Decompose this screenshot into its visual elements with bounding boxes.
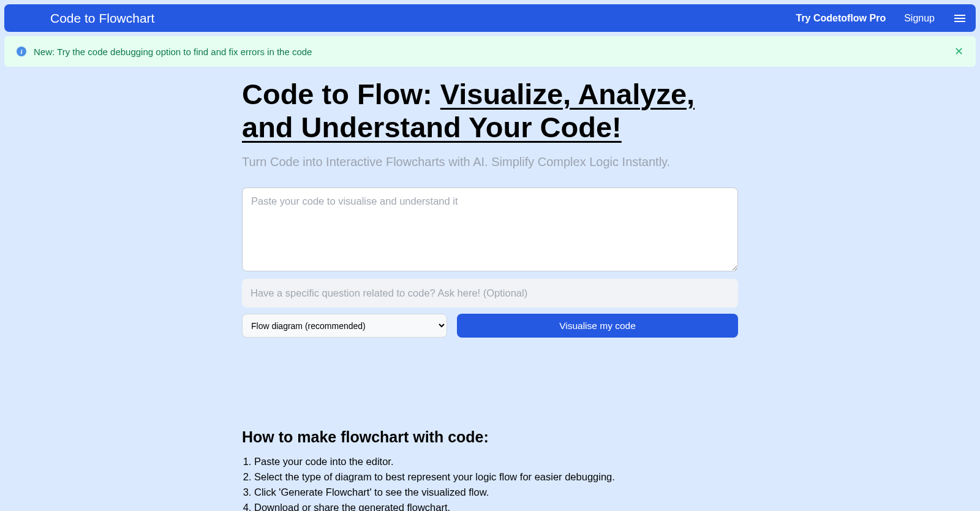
controls-row: Flow diagram (recommended) Visualise my … [242,314,738,338]
header: Code to Flowchart Try Codetoflow Pro Sig… [4,4,976,32]
info-icon: i [17,47,26,56]
diagram-type-select[interactable]: Flow diagram (recommended) [242,314,447,338]
howto-list: Paste your code into the editor. Select … [242,455,738,511]
hero-title: Code to Flow: Visualize, Analyze, and Un… [242,78,738,144]
main-content: Code to Flow: Visualize, Analyze, and Un… [230,78,750,511]
howto-title: How to make flowchart with code: [242,428,738,446]
brand-logo[interactable]: Code to Flowchart [50,11,154,26]
question-input[interactable] [242,279,738,308]
hamburger-menu-icon[interactable] [953,12,967,25]
close-icon[interactable]: ✕ [954,45,963,58]
info-banner: i New: Try the code debugging option to … [4,36,976,67]
howto-step: Click 'Generate Flowchart' to see the vi… [254,485,738,499]
banner-content: i New: Try the code debugging option to … [17,47,312,57]
howto-step: Paste your code into the editor. [254,455,738,469]
try-pro-link[interactable]: Try Codetoflow Pro [796,13,886,24]
code-input[interactable] [242,187,738,271]
hero-subtitle: Turn Code into Interactive Flowcharts wi… [242,155,738,169]
howto-section: How to make flowchart with code: Paste y… [242,428,738,511]
banner-text: New: Try the code debugging option to fi… [34,47,312,57]
hero-title-prefix: Code to Flow: [242,78,440,110]
howto-step: Select the type of diagram to best repre… [254,470,738,484]
signup-link[interactable]: Signup [904,13,935,24]
visualise-button[interactable]: Visualise my code [457,314,738,338]
nav-right: Try Codetoflow Pro Signup [796,12,967,25]
howto-step: Download or share the generated flowchar… [254,501,738,511]
